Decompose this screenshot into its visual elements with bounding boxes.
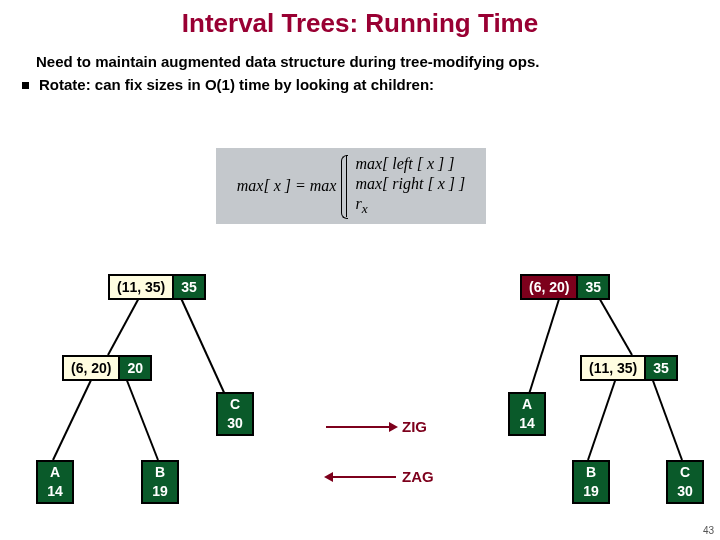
svg-line-3 xyxy=(126,378,158,460)
formula-lhs: max[ x ] = max xyxy=(237,177,337,195)
svg-line-0 xyxy=(108,296,140,355)
intro-text: Need to maintain augmented data structur… xyxy=(0,53,720,70)
arrow-right-icon xyxy=(326,426,396,428)
right-child-max: 35 xyxy=(646,357,676,379)
left-child-interval: (6, 20) xyxy=(64,357,120,379)
right-child-interval: (11, 35) xyxy=(582,357,646,379)
right-leaf-b: B 19 xyxy=(572,460,610,504)
svg-line-2 xyxy=(53,378,92,460)
svg-line-6 xyxy=(588,378,616,460)
right-leaf-c: C 30 xyxy=(666,460,704,504)
formula-case3: rx xyxy=(355,195,465,217)
left-leaf-a-label: A xyxy=(38,462,72,482)
right-root-max: 35 xyxy=(578,276,608,298)
zig-arrow-row: ZIG xyxy=(320,418,427,435)
right-leaf-c-val: 30 xyxy=(668,482,702,502)
left-leaf-a: A 14 xyxy=(36,460,74,504)
left-leaf-c: C 30 xyxy=(216,392,254,436)
left-child-max: 20 xyxy=(120,357,150,379)
right-child-node: (11, 35) 35 xyxy=(580,355,678,381)
formula-cases: max[ left [ x ] ] max[ right [ x ] ] rx xyxy=(346,155,465,217)
right-leaf-a: A 14 xyxy=(508,392,546,436)
page-title: Interval Trees: Running Time xyxy=(0,0,720,53)
page-number: 43 xyxy=(703,525,714,536)
svg-line-7 xyxy=(652,378,682,460)
left-root-interval: (11, 35) xyxy=(110,276,174,298)
arrow-left-icon xyxy=(326,476,396,478)
left-leaf-b-val: 19 xyxy=(143,482,177,502)
left-root-node: (11, 35) 35 xyxy=(108,274,206,300)
formula-case1: max[ left [ x ] ] xyxy=(355,155,465,173)
left-child-node: (6, 20) 20 xyxy=(62,355,152,381)
formula-case2: max[ right [ x ] ] xyxy=(355,175,465,193)
left-leaf-c-val: 30 xyxy=(218,414,252,434)
left-leaf-b-label: B xyxy=(143,462,177,482)
left-leaf-c-label: C xyxy=(218,394,252,414)
trees-stage: (11, 35) 35 (6, 20) 20 A 14 B 19 C 30 (6… xyxy=(0,250,720,530)
right-root-node: (6, 20) 35 xyxy=(520,274,610,300)
zag-arrow-row: ZAG xyxy=(320,468,434,485)
left-root-max: 35 xyxy=(174,276,204,298)
bullet-square-icon xyxy=(22,82,29,89)
bullet-row: Rotate: can fix sizes in O(1) time by lo… xyxy=(0,70,720,93)
right-leaf-a-val: 14 xyxy=(510,414,544,434)
right-leaf-b-label: B xyxy=(574,462,608,482)
zig-label: ZIG xyxy=(402,418,427,435)
right-leaf-b-val: 19 xyxy=(574,482,608,502)
right-leaf-a-label: A xyxy=(510,394,544,414)
svg-line-5 xyxy=(598,296,632,355)
zag-label: ZAG xyxy=(402,468,434,485)
bullet-text: Rotate: can fix sizes in O(1) time by lo… xyxy=(39,76,434,93)
left-leaf-b: B 19 xyxy=(141,460,179,504)
right-root-interval: (6, 20) xyxy=(522,276,578,298)
right-leaf-c-label: C xyxy=(668,462,702,482)
left-leaf-a-val: 14 xyxy=(38,482,72,502)
formula-box: max[ x ] = max max[ left [ x ] ] max[ ri… xyxy=(216,148,486,224)
